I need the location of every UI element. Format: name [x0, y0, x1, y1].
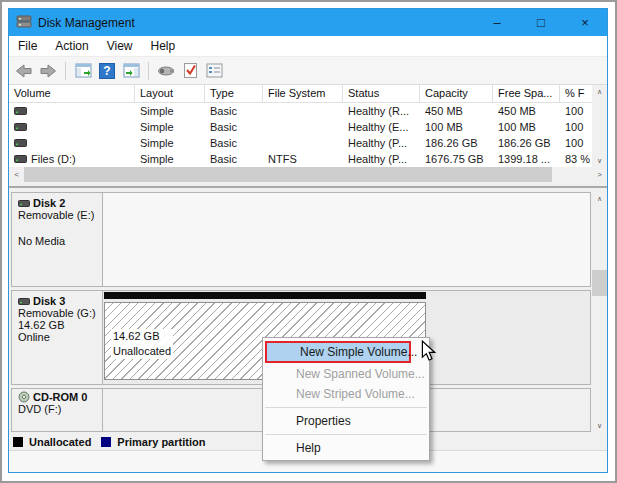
forward-arrow-icon[interactable]: [38, 61, 58, 81]
menu-bar: File Action View Help: [9, 36, 607, 57]
menu-item-new-simple-volume[interactable]: New Simple Volume...: [265, 341, 411, 363]
disk-2-media-area[interactable]: [103, 192, 591, 287]
disk-icon: [18, 298, 30, 305]
close-button[interactable]: ×: [563, 9, 607, 36]
partition-info: 14.62 GB Unallocated: [111, 329, 173, 359]
scroll-down-icon[interactable]: ∨: [592, 154, 607, 167]
volume-list: Volume Layout Type File System Status Ca…: [9, 85, 607, 182]
toolbar-separator: [65, 62, 66, 80]
toolbar-separator: [148, 62, 149, 80]
menu-item-new-spanned-volume[interactable]: New Spanned Volume...: [263, 364, 429, 384]
scroll-left-icon[interactable]: <: [9, 167, 24, 182]
column-header-volume[interactable]: Volume: [9, 85, 135, 102]
context-menu: New Simple Volume... New Spanned Volume.…: [262, 337, 430, 461]
column-header-layout[interactable]: Layout: [135, 85, 205, 102]
volume-rows: Simple Basic Healthy (R... 450 MB 450 MB…: [9, 103, 592, 167]
maximize-button[interactable]: □: [519, 9, 563, 36]
disk-3-label-panel[interactable]: Disk 3 Removable (G:) 14.62 GB Online: [11, 290, 103, 385]
horizontal-scroll-thumb[interactable]: [24, 167, 552, 182]
show-action-pane-icon[interactable]: [121, 61, 141, 81]
window-title: Disk Management: [38, 16, 135, 30]
disk-icon: [18, 200, 30, 207]
toolbar: ?: [9, 57, 607, 85]
scroll-down-icon[interactable]: ∨: [592, 419, 607, 432]
menu-item-help[interactable]: Help: [263, 438, 429, 458]
pane-splitter[interactable]: [9, 186, 607, 188]
volume-row-3[interactable]: Simple Basic Healthy (P... 186.26 GB 186…: [9, 135, 592, 151]
cd-icon: [18, 391, 30, 403]
volume-row-4[interactable]: Files (D:) Simple Basic NTFS Healthy (P.…: [9, 151, 592, 167]
column-header-free-space[interactable]: Free Spa...: [493, 85, 560, 102]
minimize-button[interactable]: –: [475, 9, 519, 36]
title-bar[interactable]: Disk Management – □ ×: [9, 9, 607, 36]
show-console-tree-icon[interactable]: [73, 61, 93, 81]
menu-help[interactable]: Help: [142, 36, 185, 56]
disk-2-row: Disk 2 Removable (E:) No Media: [11, 192, 591, 287]
screenshot-frame: Disk Management – □ × File Action View H…: [0, 0, 617, 483]
mouse-cursor-icon: [421, 340, 437, 366]
menu-separator: [265, 407, 427, 408]
partition-color-stripe: [104, 292, 426, 299]
volume-icon: [14, 155, 27, 163]
menu-action[interactable]: Action: [46, 36, 97, 56]
menu-file[interactable]: File: [9, 36, 46, 56]
column-header-pct-free[interactable]: % F: [560, 85, 592, 102]
scroll-up-icon[interactable]: ∧: [592, 192, 607, 205]
legend-primary-partition-label: Primary partition: [117, 436, 205, 448]
menu-item-new-striped-volume[interactable]: New Striped Volume...: [263, 384, 429, 404]
column-header-type[interactable]: Type: [205, 85, 263, 102]
menu-view[interactable]: View: [98, 36, 142, 56]
cdrom-label-panel[interactable]: CD-ROM 0 DVD (F:): [11, 388, 103, 432]
volume-row-1[interactable]: Simple Basic Healthy (R... 450 MB 450 MB…: [9, 103, 592, 119]
volume-list-header: Volume Layout Type File System Status Ca…: [9, 85, 592, 103]
graph-vertical-scrollbar[interactable]: ∧ ∨: [592, 192, 607, 432]
partition-state: Unallocated: [113, 344, 171, 359]
legend-unallocated-label: Unallocated: [29, 436, 91, 448]
volume-icon: [14, 139, 27, 147]
volume-list-horizontal-scrollbar[interactable]: < >: [9, 167, 607, 182]
column-header-file-system[interactable]: File System: [263, 85, 343, 102]
disk-tool-icon[interactable]: [156, 61, 176, 81]
partition-size: 14.62 GB: [113, 329, 171, 344]
menu-item-properties[interactable]: Properties: [263, 411, 429, 431]
vertical-scroll-thumb[interactable]: [592, 270, 607, 296]
volume-icon: [14, 107, 27, 115]
disk-management-window: Disk Management – □ × File Action View H…: [8, 8, 608, 473]
scroll-up-icon[interactable]: ∧: [592, 85, 607, 98]
column-header-status[interactable]: Status: [343, 85, 420, 102]
volume-row-2[interactable]: Simple Basic Healthy (E... 100 MB 100 MB…: [9, 119, 592, 135]
disk-2-label-panel[interactable]: Disk 2 Removable (E:) No Media: [11, 192, 103, 287]
help-icon[interactable]: ?: [97, 61, 117, 81]
primary-partition-swatch: [101, 437, 111, 447]
menu-separator: [265, 434, 427, 435]
column-header-capacity[interactable]: Capacity: [420, 85, 493, 102]
back-arrow-icon[interactable]: [14, 61, 34, 81]
rescan-check-icon[interactable]: [180, 61, 200, 81]
properties-list-icon[interactable]: [204, 61, 224, 81]
disk-drive-icon: [16, 14, 32, 32]
scroll-right-icon[interactable]: >: [592, 167, 607, 182]
unallocated-swatch: [13, 437, 23, 447]
volume-icon: [14, 123, 27, 131]
volume-list-vertical-scrollbar[interactable]: ∧ ∨: [592, 85, 607, 167]
